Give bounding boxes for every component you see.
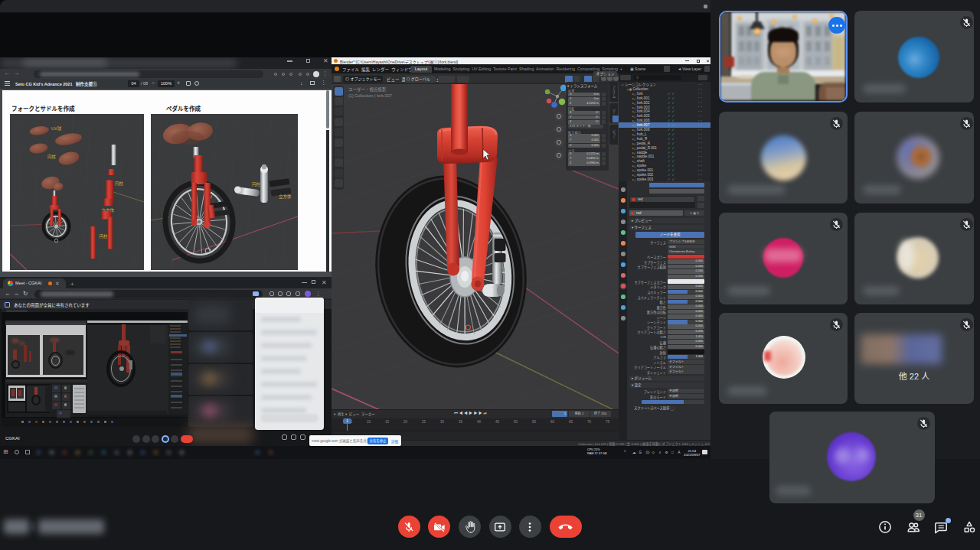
svg-text:(1) Collection | fork.007: (1) Collection | fork.007 xyxy=(348,93,392,98)
svg-text:円柱: 円柱 xyxy=(252,181,261,187)
svg-text:円柱: 円柱 xyxy=(47,154,57,160)
svg-text:円柱: 円柱 xyxy=(115,181,124,187)
svg-text:ペダルを作成: ペダルを作成 xyxy=(166,105,201,112)
svg-text:ユーザー・視点投影: ユーザー・視点投影 xyxy=(348,86,387,93)
svg-text:UV球: UV球 xyxy=(51,125,62,131)
svg-text:円柱: 円柱 xyxy=(100,233,109,239)
svg-text:立方体: 立方体 xyxy=(279,194,292,200)
svg-text:フォークとサドルを作成: フォークとサドルを作成 xyxy=(11,105,75,112)
